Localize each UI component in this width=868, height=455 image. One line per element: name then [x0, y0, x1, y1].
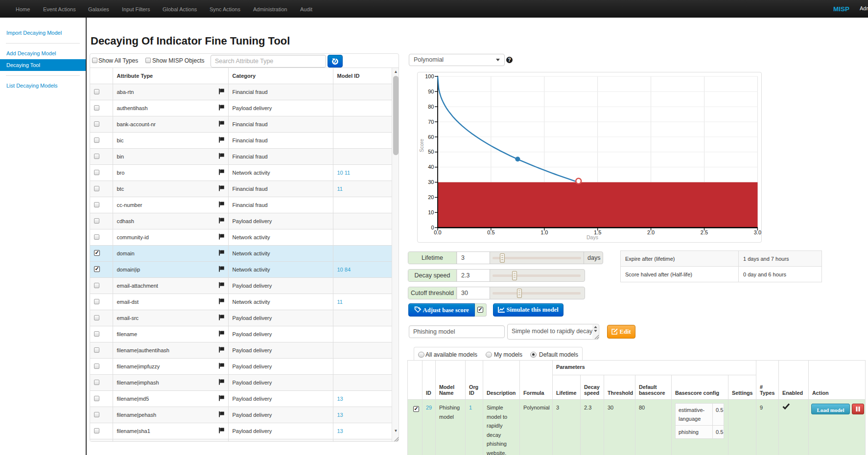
svg-text:3.0: 3.0 [754, 229, 761, 235]
svg-text:2.0: 2.0 [647, 229, 655, 235]
svg-text:2.5: 2.5 [701, 229, 708, 235]
svg-text:1.0: 1.0 [540, 229, 548, 235]
svg-text:0.5: 0.5 [487, 229, 494, 235]
svg-text:50: 50 [428, 149, 434, 155]
svg-text:10: 10 [428, 209, 434, 215]
svg-text:90: 90 [428, 89, 434, 94]
svg-text:30: 30 [428, 179, 434, 185]
svg-text:80: 80 [428, 104, 434, 110]
svg-text:40: 40 [428, 164, 434, 170]
svg-text:0.0: 0.0 [434, 229, 441, 235]
svg-text:Score: Score [419, 138, 424, 152]
svg-text:70: 70 [428, 119, 434, 125]
svg-text:Days: Days [586, 234, 598, 240]
svg-text:20: 20 [428, 194, 434, 200]
svg-text:100: 100 [425, 73, 434, 79]
svg-text:60: 60 [428, 134, 434, 140]
